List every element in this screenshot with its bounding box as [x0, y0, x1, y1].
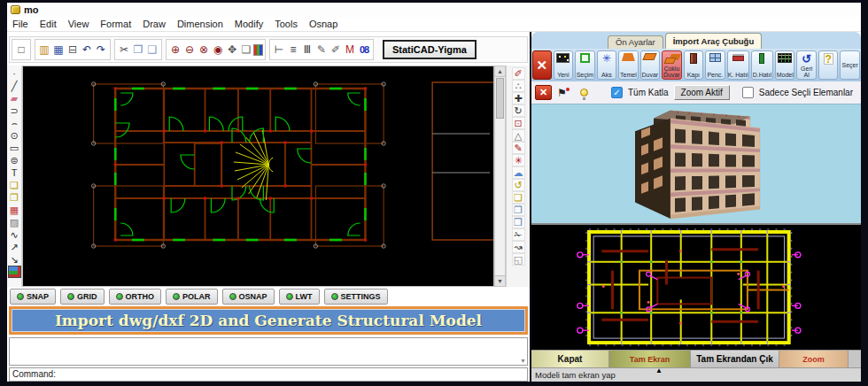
insert-block-icon[interactable]: ❐ — [8, 191, 21, 204]
toggle-grid[interactable]: GRID — [60, 289, 105, 305]
toggle-ortho[interactable]: ORTHO — [109, 289, 162, 305]
model-button[interactable]: Model — [775, 50, 795, 80]
menu-dimension[interactable]: Dimension — [177, 19, 223, 29]
save-file-icon[interactable]: ▦ — [51, 42, 66, 57]
point-icon[interactable]: · — [8, 67, 21, 80]
secim-button[interactable]: Seçim — [575, 50, 595, 80]
match-properties-icon[interactable]: M — [343, 42, 357, 57]
new-file-icon[interactable]: □ — [14, 42, 28, 57]
ellipse-icon[interactable]: ⊜ — [8, 154, 21, 166]
zoom-button[interactable]: Zoom — [779, 351, 849, 367]
polyline-edit-icon[interactable]: ✐ — [329, 42, 343, 57]
mirror-icon[interactable]: △ — [512, 129, 525, 142]
scale-icon[interactable]: ⊡ — [512, 117, 525, 129]
zoom-aktif-button[interactable]: Zoom Aktif — [674, 85, 730, 100]
toggle-snap[interactable]: SNAP — [10, 289, 56, 305]
tab-import-arac-cubugu[interactable]: İmport Araç Çubuğu — [665, 33, 762, 49]
secer-button[interactable]: Seçer — [840, 50, 860, 80]
duvar-button[interactable]: Duvar — [640, 50, 661, 80]
layers-icon[interactable]: ❏ — [239, 42, 253, 57]
osnap-o8-icon[interactable]: 08 — [357, 42, 371, 57]
arc-icon[interactable]: ⌢ — [8, 117, 21, 129]
region-icon[interactable]: ▨ — [8, 216, 21, 228]
model-3d-view[interactable] — [531, 104, 861, 223]
red-pen-icon[interactable]: ✎ — [512, 142, 525, 154]
menu-osnap[interactable]: Osnap — [309, 19, 337, 29]
staticad-yigma-button[interactable]: StatiCAD-Yigma — [383, 40, 477, 59]
menu-view[interactable]: View — [68, 19, 89, 29]
toggle-settings[interactable]: SETTINGS — [324, 289, 388, 305]
sadece-secli-checkbox[interactable] — [742, 87, 754, 98]
geri-al-button[interactable]: ↺Geri Al — [796, 50, 817, 80]
tam-ekrandan-cik-button[interactable]: Tam Ekrandan Çık — [691, 351, 779, 367]
rotate-copy-icon[interactable]: ↺ — [512, 179, 525, 191]
rectangle-icon[interactable]: ▭ — [8, 142, 21, 154]
zoom-scale-icon[interactable]: ◉ — [211, 42, 225, 57]
page-corner-icon[interactable]: ◱ — [512, 253, 525, 266]
menu-tools[interactable]: Tools — [275, 19, 298, 29]
cut-icon[interactable]: ✂ — [117, 42, 131, 57]
linetype-icon[interactable]: ≡ — [286, 42, 300, 57]
edit-icon[interactable]: ✐ — [512, 67, 525, 80]
columns-icon[interactable]: Ⅲ — [300, 42, 314, 57]
line-icon[interactable]: ╱ — [8, 80, 21, 92]
copy-object-icon[interactable]: ❏ — [512, 191, 525, 204]
block-icon[interactable]: ❏ — [8, 179, 21, 191]
close-options-button[interactable]: ✕ — [535, 85, 552, 100]
menu-file[interactable]: File — [12, 19, 28, 29]
move-icon[interactable]: ✚ — [512, 92, 525, 104]
array-icon[interactable]: ❐ — [512, 204, 525, 216]
command-input[interactable]: Command: — [9, 367, 528, 382]
command-history[interactable]: ▼ — [9, 337, 528, 366]
rotate-icon[interactable]: ↻ — [512, 104, 525, 117]
menu-format[interactable]: Format — [100, 19, 131, 29]
canvas-scrollbar[interactable]: ▲ ▼ — [494, 66, 506, 287]
dimension-icon[interactable]: ⊢ — [272, 42, 286, 57]
scroll-thumb[interactable] — [496, 78, 504, 119]
layers-stack-icon[interactable]: ❒ — [512, 216, 525, 228]
help-button[interactable]: ? — [818, 50, 839, 80]
hatch-icon[interactable]: ▦ — [8, 204, 21, 216]
copy-icon[interactable]: ❐ — [131, 42, 145, 57]
tab-on-ayarlar[interactable]: Ön Ayarlar — [608, 35, 663, 49]
redo-icon[interactable]: ↷ — [94, 42, 108, 57]
zoom-extents-icon[interactable]: ⊕ — [168, 42, 182, 57]
tum-katla-checkbox[interactable]: ✓ — [611, 87, 623, 98]
image-icon[interactable] — [8, 266, 21, 278]
ray-icon[interactable]: ↗ — [8, 241, 21, 253]
d-hatil-button[interactable]: D.Hatıl — [751, 50, 773, 80]
zoom-window-icon[interactable]: ⊗ — [197, 42, 211, 57]
pen-icon[interactable]: ✎ — [314, 42, 329, 57]
yeni-button[interactable]: Yeni — [554, 50, 574, 80]
tam-ekran-button[interactable]: Tam Ekran — [609, 351, 691, 367]
print-icon[interactable]: ⊟ — [66, 42, 80, 57]
flag-pointer-icon[interactable]: ⚑ — [557, 87, 570, 99]
toggle-polar[interactable]: POLAR — [166, 289, 218, 305]
circle-icon[interactable]: ⊙ — [8, 129, 21, 142]
revision-cloud-icon[interactable]: ☁ — [512, 166, 525, 179]
scroll-down-icon[interactable]: ▼ — [495, 275, 505, 286]
paste-icon[interactable]: ❑ — [145, 42, 159, 57]
temel-button[interactable]: Temel — [618, 50, 639, 80]
polyline-icon[interactable]: ⊃ — [8, 104, 21, 117]
pencere-button[interactable]: Penc. — [705, 50, 725, 80]
k-hatil-button[interactable]: K. Hatıl — [727, 50, 749, 80]
properties-icon[interactable]: ∴ — [512, 80, 525, 92]
plan-2d-view[interactable] — [531, 223, 861, 350]
construction-line-icon[interactable]: ↘ — [8, 253, 21, 266]
kapi-button[interactable]: Kapı — [684, 50, 704, 80]
spline-icon[interactable]: ∿ — [8, 228, 21, 241]
trim-icon[interactable]: ✁ — [512, 228, 525, 241]
kapat-button[interactable]: Kapat — [531, 351, 609, 367]
extend-icon[interactable]: ↝ — [512, 241, 525, 253]
scroll-up-icon[interactable]: ▲ — [495, 66, 505, 77]
zoom-out-icon[interactable]: ⊖ — [182, 42, 197, 57]
open-file-icon[interactable]: ▥ — [37, 42, 51, 57]
erase-icon[interactable]: ▰ — [8, 92, 21, 104]
menu-draw[interactable]: Draw — [143, 19, 166, 29]
pan-icon[interactable]: ✥ — [225, 42, 239, 57]
lightbulb-icon[interactable] — [580, 89, 588, 96]
cad-canvas[interactable] — [22, 66, 494, 287]
menu-modify[interactable]: Modify — [235, 19, 263, 29]
colors-icon[interactable] — [253, 44, 263, 56]
